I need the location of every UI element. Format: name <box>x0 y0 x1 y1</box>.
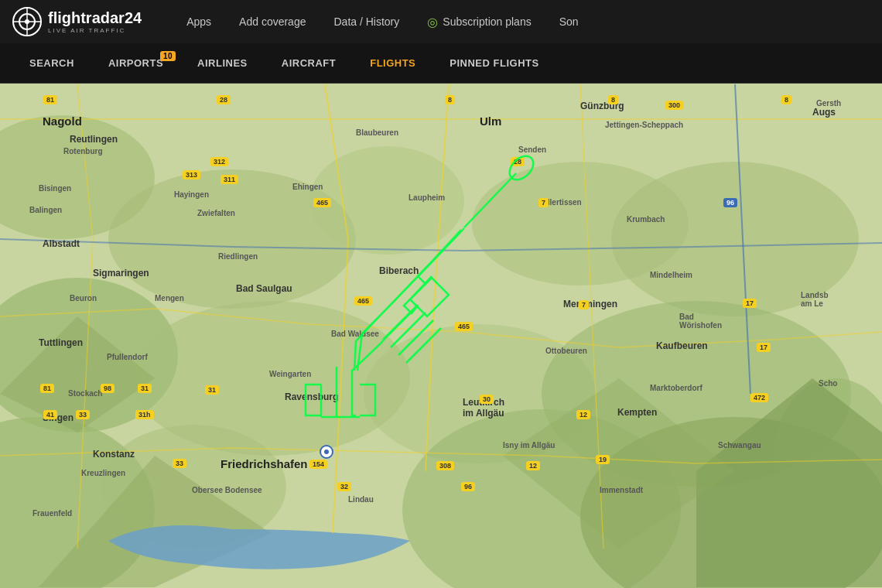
top-navigation: flightradar24 LIVE AIR TRAFFIC Apps Add … <box>0 0 882 43</box>
nav-flights[interactable]: Flights <box>353 43 432 84</box>
nav-aircraft[interactable]: Aircraft <box>265 43 353 84</box>
logo-subtitle: LIVE AIR TRAFFIC <box>48 27 142 34</box>
map-background: Nagold Reutlingen Ulm Günzburg Senden Ro… <box>0 84 882 588</box>
logo-icon <box>12 7 42 36</box>
airports-badge: 10 <box>160 51 176 61</box>
nav-airports[interactable]: Airports 10 <box>91 43 180 84</box>
nav-add-coverage[interactable]: Add coverage <box>225 0 320 43</box>
nav-airlines[interactable]: Airlines <box>180 43 265 84</box>
logo-text: flightradar24 <box>48 9 142 26</box>
nav-son[interactable]: Son <box>545 0 593 43</box>
secondary-navigation: Search Airports 10 Airlines Aircraft Fli… <box>0 43 882 84</box>
nav-data-history[interactable]: Data / History <box>320 0 413 43</box>
svg-point-10 <box>611 162 859 316</box>
nav-apps[interactable]: Apps <box>173 0 225 43</box>
map-terrain <box>0 84 882 588</box>
logo[interactable]: flightradar24 LIVE AIR TRAFFIC <box>12 7 142 36</box>
aircraft-marker[interactable] <box>320 445 333 459</box>
nav-subscription-plans[interactable]: ◎ Subscription plans <box>413 0 545 43</box>
subscription-icon: ◎ <box>427 15 438 29</box>
nav-pinned-flights[interactable]: Pinned Flights <box>432 43 556 84</box>
nav-search[interactable]: Search <box>12 43 91 84</box>
map-container[interactable]: Nagold Reutlingen Ulm Günzburg Senden Ro… <box>0 84 882 588</box>
